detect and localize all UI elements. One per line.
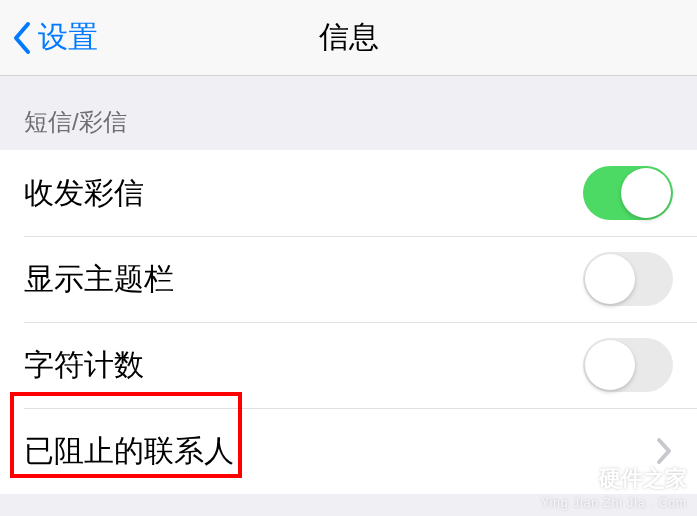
toggle-charcount[interactable]	[583, 338, 673, 392]
row-label-mms: 收发彩信	[24, 173, 144, 214]
row-mms: 收发彩信	[0, 150, 697, 236]
navigation-bar: 设置 信息	[0, 0, 697, 76]
svg-marker-1	[571, 472, 585, 486]
watermark: 硬件之家 Ying Jian Zhi Jia . Com	[541, 464, 687, 510]
row-label-subject: 显示主题栏	[24, 259, 174, 300]
toggle-subject[interactable]	[583, 252, 673, 306]
watermark-title: 硬件之家	[599, 464, 687, 494]
page-title: 信息	[319, 17, 379, 58]
row-subject: 显示主题栏	[0, 236, 697, 322]
chevron-left-icon	[12, 21, 32, 55]
chevron-right-icon	[655, 436, 673, 466]
watermark-logo-icon	[563, 464, 593, 494]
toggle-mms[interactable]	[583, 166, 673, 220]
back-label: 设置	[38, 17, 98, 58]
section-header: 短信/彩信	[0, 76, 697, 150]
row-charcount: 字符计数	[0, 322, 697, 408]
row-label-charcount: 字符计数	[24, 345, 144, 386]
watermark-subtitle: Ying Jian Zhi Jia . Com	[541, 496, 687, 510]
settings-list: 收发彩信 显示主题栏 字符计数 已阻止的联系人	[0, 150, 697, 494]
row-label-blocked: 已阻止的联系人	[24, 431, 234, 472]
back-button[interactable]: 设置	[0, 17, 98, 58]
